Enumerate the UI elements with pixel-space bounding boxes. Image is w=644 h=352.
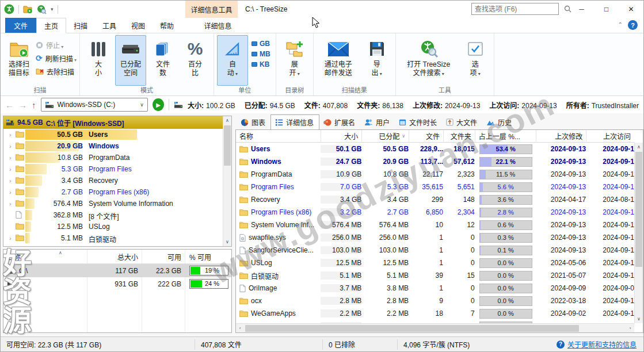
- unit-kb-button[interactable]: KB: [251, 60, 270, 68]
- menu-tab[interactable]: 帮助: [153, 18, 181, 33]
- tree-row[interactable]: 12.5 MBUSLog: [3, 221, 231, 232]
- mode-allocated-button[interactable]: 已分配 空间: [115, 35, 146, 86]
- help-icon[interactable]: ?: [628, 20, 638, 30]
- chevron-right-icon[interactable]: ›: [9, 131, 12, 139]
- options-button[interactable]: 选 项: [460, 35, 491, 86]
- menu-tab[interactable]: 扫描: [66, 18, 95, 33]
- detail-tab[interactable]: 大文件: [442, 115, 482, 129]
- menu-tab[interactable]: 主页: [36, 18, 66, 33]
- chevron-right-icon[interactable]: ›: [9, 200, 12, 208]
- column-header[interactable]: 大小: [321, 130, 362, 143]
- close-button[interactable]: ✕: [619, 1, 643, 18]
- chevron-down-icon[interactable]: ▼: [9, 118, 14, 126]
- tree-row[interactable]: ›50.5 GBUsers: [3, 129, 231, 140]
- details-table[interactable]: 名称大小已分配∨文件文件夹占上一层 %...上次修改上次访问 Users50.1…: [235, 129, 643, 333]
- chevron-right-icon[interactable]: ›: [9, 154, 12, 162]
- detail-tab[interactable]: 历史: [482, 115, 517, 129]
- column-header[interactable]: 上次修改: [536, 130, 586, 143]
- update-info-link[interactable]: ? 关于更新和支持的信息: [557, 339, 643, 349]
- column-header[interactable]: 文件: [409, 130, 443, 143]
- expand-button[interactable]: 展 开: [279, 35, 310, 86]
- detail-tab[interactable]: 用户: [360, 115, 395, 129]
- chevron-right-icon[interactable]: ›: [9, 177, 12, 185]
- scrollbar-thumb[interactable]: [224, 125, 231, 166]
- scroll-down-icon[interactable]: [635, 315, 643, 323]
- send-email-button[interactable]: 通过电子 邮件发送: [317, 35, 360, 86]
- back-icon[interactable]: ←: [5, 100, 14, 110]
- tree-row[interactable]: ›3.4 GBRecovery: [3, 175, 231, 186]
- scroll-right-icon[interactable]: [626, 324, 634, 332]
- drives-header[interactable]: ∧ 名称 总大小 可用 % 可用: [3, 250, 231, 264]
- column-header[interactable]: 名称: [3, 252, 87, 262]
- column-header[interactable]: 已分配∨: [361, 130, 409, 143]
- scroll-up-icon[interactable]: [635, 143, 643, 151]
- column-header[interactable]: % 可用: [185, 252, 230, 262]
- forward-icon[interactable]: →: [18, 100, 27, 110]
- tree-root-row[interactable]: ▼ 94.5 GB C:\ 位于 [Windows-SSD]: [3, 116, 231, 129]
- mode-size-button[interactable]: 大 小: [83, 35, 114, 86]
- chevron-right-icon[interactable]: ›: [9, 142, 12, 150]
- table-row[interactable]: swapfile.sys256.0 MB256.0 MB100.3 %2024-…: [236, 231, 634, 244]
- column-header[interactable]: 名称: [236, 130, 321, 143]
- unit-gb-button[interactable]: GB: [251, 40, 270, 48]
- detail-tab[interactable]: 文件时长: [395, 115, 442, 129]
- table-row[interactable]: 白锁驱动5.1 MB5.1 MB39150.0 %2021-05-072024-…: [236, 269, 634, 282]
- table-row[interactable]: Windows24.7 GB20.9 GB113,7...57,61222.1 …: [236, 155, 634, 168]
- menu-tab[interactable]: 视图: [124, 18, 153, 33]
- tree-row[interactable]: 362.8 MB[8 个文件]: [3, 209, 231, 221]
- refresh-scan-button[interactable]: ⟳ 刷新扫描: [36, 53, 77, 63]
- drive-row[interactable]: C:\117 GB22.3 GB19 %: [3, 264, 231, 277]
- find-options-searchbox[interactable]: [471, 3, 559, 15]
- remove-scan-button[interactable]: 去除扫描: [36, 66, 77, 76]
- select-scan-target-button[interactable]: 选择扫 描目标: [3, 35, 35, 86]
- up-icon[interactable]: ↑: [32, 100, 36, 110]
- tree-vertical-scrollbar[interactable]: [223, 116, 231, 246]
- column-header[interactable]: 占上一层 %...: [475, 130, 536, 143]
- table-row[interactable]: Program Files7.0 GB5.3 GB35,6155,6515.6 …: [236, 181, 634, 193]
- column-header[interactable]: 总大小: [87, 252, 142, 262]
- mode-file-count-button[interactable]: 文件 数: [147, 35, 178, 86]
- table-row[interactable]: System Volume Inf...576.4 MB576.4 MB1012…: [236, 219, 634, 231]
- table-row[interactable]: USLog12.5 MB12.5 MB100.0 %2024-05-062024…: [236, 257, 634, 269]
- unit-mb-button[interactable]: MB: [251, 50, 270, 58]
- tree-row[interactable]: ›2.7 GBProgram Files (x86): [3, 186, 231, 198]
- menu-tab[interactable]: 详细信息: [192, 18, 244, 33]
- minimize-button[interactable]: ─: [569, 1, 594, 18]
- chevron-right-icon[interactable]: ›: [9, 234, 12, 242]
- stop-scan-button[interactable]: 停止: [36, 40, 77, 50]
- quick-access-dropdown-icon[interactable]: ▾: [51, 6, 54, 12]
- directory-tree-panel[interactable]: ▼ 94.5 GB C:\ 位于 [Windows-SSD] ›50.5 GBU…: [3, 116, 232, 247]
- tree-row[interactable]: ›576.4 MBSystem Volume Information: [3, 198, 231, 209]
- maximize-button[interactable]: □: [594, 1, 619, 18]
- table-row[interactable]: Program Files (x86)3.2 GB2.7 GB6,8502,30…: [236, 206, 634, 219]
- menu-tab[interactable]: 文件: [5, 18, 36, 33]
- chevron-right-icon[interactable]: ›: [9, 188, 12, 196]
- drive-row[interactable]: D:\931 GB222 GB24 %: [3, 277, 231, 290]
- details-horizontal-scrollbar[interactable]: [236, 323, 634, 332]
- tree-row[interactable]: ›20.9 GBWindows: [3, 140, 231, 152]
- scroll-down-icon[interactable]: [223, 238, 231, 246]
- column-header[interactable]: 文件夹: [443, 130, 475, 143]
- table-row[interactable]: Recovery3.4 GB3.4 GB2991483.6 %2024-04-1…: [236, 193, 634, 206]
- drives-panel[interactable]: ∧ 名称 总大小 可用 % 可用 C:\117 GB22.3 GB19 %D:\…: [3, 249, 232, 333]
- scrollbar-thumb[interactable]: [245, 325, 579, 332]
- column-header[interactable]: 上次访问: [586, 130, 634, 143]
- table-row[interactable]: ProgramData10.9 GB10.8 GB22,1172,32311.5…: [236, 168, 634, 181]
- detail-tab[interactable]: 详细信息: [270, 114, 319, 129]
- table-row[interactable]: WeGameApps2.2 MB2.2 MB1870.0 %2024-09-02…: [236, 307, 634, 320]
- details-table-header[interactable]: 名称大小已分配∨文件文件夹占上一层 %...上次修改上次访问: [236, 130, 634, 143]
- drive-combobox[interactable]: Windows-SSD (C:) ∨: [41, 98, 148, 112]
- collapse-ribbon-icon[interactable]: ⌃: [618, 21, 623, 28]
- scan-folder-icon[interactable]: [23, 5, 33, 14]
- tree-row[interactable]: ›10.8 GBProgramData: [3, 152, 231, 163]
- table-row[interactable]: ocx2.8 MB2.8 MB900.0 %2022-03-182024-09-…: [236, 294, 634, 307]
- details-vertical-scrollbar[interactable]: [634, 143, 643, 323]
- open-file-search-button[interactable]: 打开 TreeSize 文件搜索: [399, 35, 459, 86]
- column-header[interactable]: 可用: [142, 252, 185, 262]
- export-button[interactable]: 导 出: [361, 35, 393, 86]
- start-scan-go-button[interactable]: ▶: [153, 98, 164, 111]
- scrollbar-thumb[interactable]: [635, 152, 642, 267]
- scroll-up-icon[interactable]: [223, 116, 231, 125]
- tree-row[interactable]: ›5.1 MB白锁驱动: [3, 232, 231, 244]
- table-row[interactable]: Users50.1 GB50.5 GB228,9...18,01553.4 %2…: [236, 143, 634, 155]
